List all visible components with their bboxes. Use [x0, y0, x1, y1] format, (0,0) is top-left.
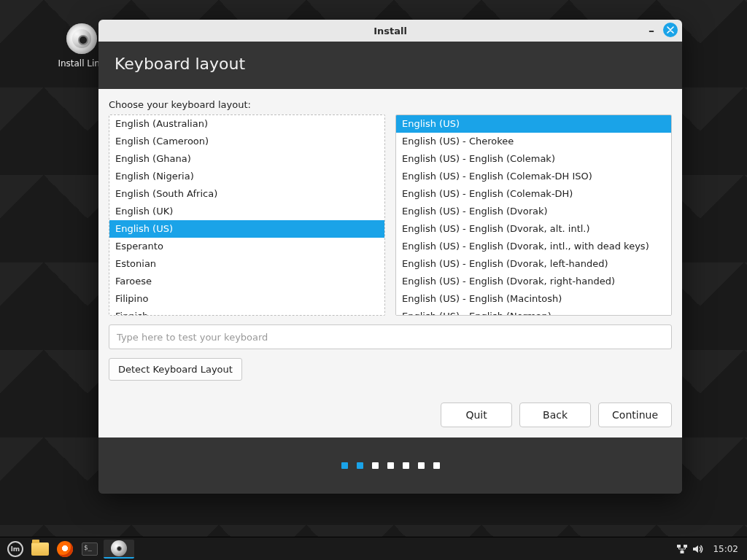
volume-icon[interactable] — [692, 544, 705, 554]
list-item[interactable]: English (US) — [109, 220, 384, 238]
list-item[interactable]: English (US) - Cherokee — [396, 133, 671, 150]
taskbar-terminal-button[interactable]: $_ — [79, 540, 101, 559]
network-icon[interactable] — [676, 544, 689, 554]
svg-rect-1 — [684, 545, 687, 548]
taskbar-installer-task[interactable] — [104, 540, 134, 559]
list-item[interactable]: English (US) - English (Colemak) — [396, 150, 671, 168]
list-item[interactable]: Estonian — [109, 255, 384, 273]
list-item[interactable]: English (US) - English (Colemak-DH) — [396, 185, 671, 203]
progress-dot — [357, 462, 363, 469]
list-item[interactable]: English (US) - English (Dvorak) — [396, 203, 671, 220]
prompt-text: Choose your keyboard layout: — [109, 99, 672, 110]
titlebar[interactable]: Install – — [98, 20, 682, 42]
quit-button[interactable]: Quit — [441, 402, 512, 427]
taskbar-files-button[interactable] — [29, 540, 51, 559]
list-item[interactable]: English (US) — [396, 115, 671, 133]
list-item[interactable]: English (US) - English (Dvorak, alt. int… — [396, 220, 671, 238]
progress-dot — [372, 462, 379, 469]
window-title: Install — [374, 26, 407, 36]
list-item[interactable]: English (Ghana) — [109, 150, 384, 168]
list-item[interactable]: Filipino — [109, 290, 384, 308]
terminal-icon: $_ — [82, 542, 98, 556]
list-item[interactable]: English (US) - English (Macintosh) — [396, 290, 671, 308]
list-item[interactable]: English (South Africa) — [109, 185, 384, 203]
window-minimize-button[interactable]: – — [644, 23, 659, 37]
mint-menu-icon: lm — [7, 541, 23, 557]
taskbar-firefox-button[interactable] — [54, 540, 76, 559]
progress-dot — [433, 462, 440, 469]
wizard-footer — [98, 438, 682, 494]
page-title: Keyboard layout — [98, 42, 682, 89]
folder-icon — [31, 542, 49, 556]
disc-icon — [66, 23, 97, 54]
keyboard-variant-list[interactable]: English (US)English (US) - CherokeeEngli… — [395, 114, 672, 316]
svg-rect-0 — [677, 545, 681, 548]
keyboard-test-input[interactable] — [109, 324, 672, 349]
progress-dot — [403, 462, 409, 469]
start-menu-button[interactable]: lm — [4, 540, 26, 559]
close-icon — [667, 26, 674, 34]
firefox-icon — [57, 541, 73, 557]
list-item[interactable]: English (Cameroon) — [109, 133, 384, 150]
list-item[interactable]: English (Australian) — [109, 115, 384, 133]
list-item[interactable]: Esperanto — [109, 238, 384, 255]
list-item[interactable]: English (Nigeria) — [109, 168, 384, 185]
list-item[interactable]: Faroese — [109, 273, 384, 290]
progress-dot — [387, 462, 394, 469]
continue-button[interactable]: Continue — [598, 402, 672, 427]
list-item[interactable]: English (US) - English (Dvorak, right-ha… — [396, 273, 671, 290]
progress-dot — [341, 462, 348, 469]
list-item[interactable]: English (US) - English (Norman) — [396, 308, 671, 316]
list-item[interactable]: Finnish — [109, 308, 384, 316]
keyboard-language-list[interactable]: English (Australian)English (Cameroon)En… — [109, 114, 385, 316]
content-area: Choose your keyboard layout: English (Au… — [98, 89, 682, 438]
progress-dots — [341, 462, 440, 469]
window-close-button[interactable] — [663, 23, 678, 37]
list-item[interactable]: English (UK) — [109, 203, 384, 220]
list-item[interactable]: English (US) - English (Colemak-DH ISO) — [396, 168, 671, 185]
taskbar: lm $_ 15:02 — [0, 537, 747, 560]
progress-dot — [418, 462, 425, 469]
taskbar-clock[interactable]: 15:02 — [708, 544, 743, 554]
list-item[interactable]: English (US) - English (Dvorak, intl., w… — [396, 238, 671, 255]
installer-window: Install – Keyboard layout Choose your ke… — [98, 20, 682, 494]
list-item[interactable]: English (US) - English (Dvorak, left-han… — [396, 255, 671, 273]
detect-keyboard-button[interactable]: Detect Keyboard Layout — [109, 358, 242, 381]
back-button[interactable]: Back — [519, 402, 591, 427]
svg-rect-2 — [681, 551, 684, 553]
disc-icon — [111, 540, 127, 556]
